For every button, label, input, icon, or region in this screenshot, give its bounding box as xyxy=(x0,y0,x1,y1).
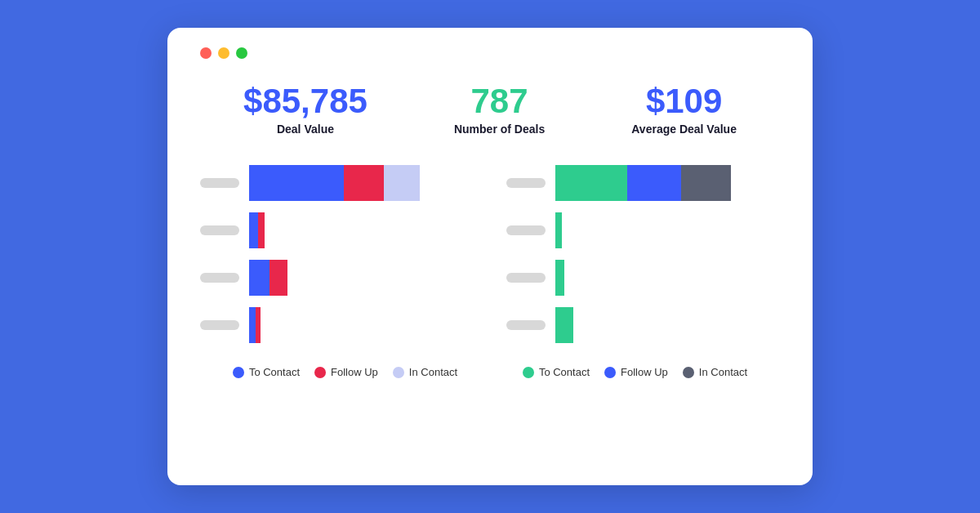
avg-deal-label: Average Deal Value xyxy=(631,123,737,136)
legend-item: Follow Up xyxy=(604,366,668,378)
bar-segment xyxy=(249,260,270,296)
row-label xyxy=(200,225,239,235)
left-legend: To ContactFollow UpIn Contact xyxy=(233,366,457,378)
bar-container xyxy=(249,307,474,343)
bar-segment xyxy=(555,260,564,296)
deal-value-number: $85,785 xyxy=(243,82,368,121)
row-label xyxy=(506,225,546,235)
legend-label: Follow Up xyxy=(331,366,378,378)
right-chart xyxy=(506,165,780,343)
left-chart-row xyxy=(200,260,474,296)
legend-color-dot xyxy=(523,367,534,378)
close-button[interactable] xyxy=(200,47,212,59)
avg-deal-number: $109 xyxy=(631,82,737,121)
bar-segment xyxy=(627,165,681,201)
bar-container xyxy=(249,260,474,296)
right-chart-row xyxy=(506,212,780,248)
row-label xyxy=(200,320,239,330)
legend-label: In Contact xyxy=(699,366,747,378)
bar-segment xyxy=(256,307,261,343)
minimize-button[interactable] xyxy=(218,47,229,59)
legend-item: In Contact xyxy=(393,366,457,378)
bar-container xyxy=(555,165,780,201)
legend-label: To Contact xyxy=(539,366,590,378)
legend-color-dot xyxy=(314,367,326,378)
legend-label: In Contact xyxy=(409,366,457,378)
legend-item: Follow Up xyxy=(314,366,378,378)
bar-segment xyxy=(249,307,256,343)
traffic-lights xyxy=(200,47,780,59)
stat-avg-deal: $109 Average Deal Value xyxy=(631,82,737,136)
right-legend: To ContactFollow UpIn Contact xyxy=(523,366,747,378)
right-chart-row xyxy=(506,165,780,201)
deal-value-label: Deal Value xyxy=(243,123,368,136)
num-deals-number: 787 xyxy=(454,82,545,121)
legend-item: In Contact xyxy=(683,366,747,378)
bar-container xyxy=(555,212,780,248)
bar-segment xyxy=(681,165,731,201)
right-chart-row xyxy=(506,260,780,296)
stats-row: $85,785 Deal Value 787 Number of Deals $… xyxy=(200,82,780,136)
legend-color-dot xyxy=(604,367,616,378)
legend-color-dot xyxy=(233,367,244,378)
right-chart-row xyxy=(506,307,780,343)
bar-segment xyxy=(555,307,573,343)
bar-container xyxy=(249,165,474,201)
charts-area xyxy=(200,165,780,343)
row-label xyxy=(506,273,546,283)
legend-color-dot xyxy=(393,367,404,378)
legends-area: To ContactFollow UpIn Contact To Contact… xyxy=(200,366,780,378)
bar-segment xyxy=(344,165,385,201)
bar-segment xyxy=(384,165,420,201)
num-deals-label: Number of Deals xyxy=(454,123,545,136)
left-chart-row xyxy=(200,307,474,343)
row-label xyxy=(200,178,239,188)
row-label xyxy=(506,320,546,330)
left-chart-row xyxy=(200,212,474,248)
row-label xyxy=(506,178,546,188)
bar-container xyxy=(555,260,780,296)
main-window: $85,785 Deal Value 787 Number of Deals $… xyxy=(167,28,813,485)
legend-label: To Contact xyxy=(249,366,300,378)
row-label xyxy=(200,273,239,283)
maximize-button[interactable] xyxy=(236,47,247,59)
bar-segment xyxy=(270,260,287,296)
left-chart xyxy=(200,165,474,343)
bar-segment xyxy=(555,212,562,248)
left-chart-row xyxy=(200,165,474,201)
stat-num-deals: 787 Number of Deals xyxy=(454,82,545,136)
bar-container xyxy=(555,307,780,343)
stat-deal-value: $85,785 Deal Value xyxy=(243,82,368,136)
bar-segment xyxy=(555,165,627,201)
bar-segment xyxy=(249,165,344,201)
legend-item: To Contact xyxy=(233,366,300,378)
legend-label: Follow Up xyxy=(621,366,668,378)
bar-segment xyxy=(249,212,258,248)
bar-segment xyxy=(258,212,265,248)
bar-container xyxy=(249,212,474,248)
legend-item: To Contact xyxy=(523,366,590,378)
legend-color-dot xyxy=(683,367,694,378)
